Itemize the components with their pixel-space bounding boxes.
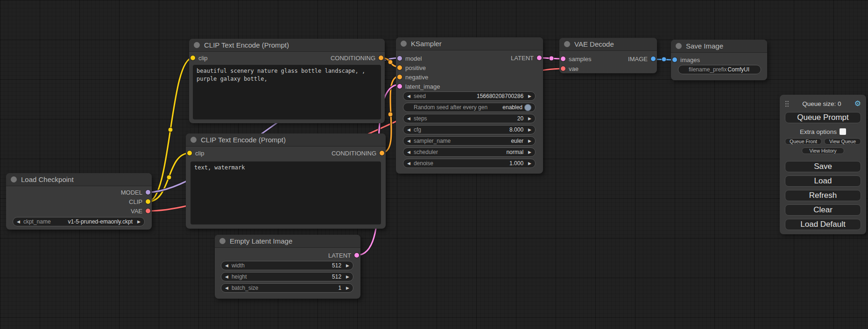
load-button[interactable]: Load [785,175,861,187]
slot-dot-latent[interactable] [354,253,359,258]
extra-options-checkbox[interactable] [840,128,846,135]
link-dot-clip2[interactable] [167,175,171,180]
node-status-dot-icon[interactable] [564,41,570,47]
output-slot-latent[interactable]: LATENT [511,54,542,62]
slot-dot-model[interactable] [397,56,402,61]
node-titlebar[interactable]: CLIP Text Encode (Prompt) [186,133,386,147]
refresh-button[interactable]: Refresh [785,190,861,201]
slot-dot-vae[interactable] [561,66,565,71]
slot-dot-conditioning[interactable] [379,56,383,60]
decrement-arrow-icon[interactable]: ◀ [225,274,228,279]
decrement-arrow-icon[interactable]: ◀ [407,139,410,143]
node-titlebar[interactable]: KSampler [396,37,543,50]
view-queue-button[interactable]: View Queue [824,138,861,145]
decrement-arrow-icon[interactable]: ◀ [407,161,410,166]
widget-width[interactable]: ◀ width 512 ▶ [221,261,353,270]
increment-arrow-icon[interactable]: ▶ [528,94,531,98]
increment-arrow-icon[interactable]: ▶ [528,127,531,132]
slot-dot-images[interactable] [672,57,677,62]
slot-dot-negative[interactable] [397,75,402,79]
node-clip-text-encode-negative[interactable]: CLIP Text Encode (Prompt) clip CONDITION… [186,133,386,229]
node-titlebar[interactable]: VAE Decode [559,38,657,51]
node-empty-latent-image[interactable]: Empty Latent Image LATENT ◀ width 512 ▶ … [215,235,360,299]
node-clip-text-encode-positive[interactable]: CLIP Text Encode (Prompt) clip CONDITION… [189,39,385,123]
widget-ckpt-name[interactable]: ◀ ckpt_name v1-5-pruned-emaonly.ckpt ▶ [13,217,145,226]
link-dot-negative[interactable] [388,112,393,117]
widget-cfg[interactable]: ◀ cfg 8.000 ▶ [403,125,536,134]
node-status-dot-icon[interactable] [676,43,682,49]
save-button[interactable]: Save [785,161,861,172]
node-vae-decode[interactable]: VAE Decode samples vae IMAGE [559,38,657,73]
link-dot-images[interactable] [662,57,666,62]
widget-denoise[interactable]: ◀ denoise 1.000 ▶ [403,159,536,168]
decrement-arrow-icon[interactable]: ◀ [17,219,20,224]
slot-dot-clip[interactable] [191,56,195,60]
slot-dot-clip[interactable] [187,151,192,155]
prompt-textarea[interactable]: text, watermark [191,161,381,224]
slot-dot-image[interactable] [651,56,656,61]
node-titlebar[interactable]: Save Image [671,40,767,53]
widget-batch-size[interactable]: ◀ batch_size 1 ▶ [221,283,353,293]
queue-prompt-button[interactable]: Queue Prompt [785,112,861,123]
node-load-checkpoint[interactable]: Load Checkpoint MODEL CLIP VAE ◀ ckpt_na… [6,173,152,230]
queue-front-button[interactable]: Queue Front [785,138,822,145]
increment-arrow-icon[interactable]: ▶ [528,161,531,166]
prompt-textarea[interactable]: beautiful scenery nature glass bottle la… [193,65,381,119]
drag-handle-icon[interactable] [785,100,789,107]
input-slot-clip[interactable]: clip [187,149,205,157]
decrement-arrow-icon[interactable]: ◀ [225,286,228,290]
output-slot-image[interactable]: IMAGE [628,55,656,63]
node-titlebar[interactable]: Empty Latent Image [215,235,360,248]
slot-dot-positive[interactable] [397,65,402,70]
decrement-arrow-icon[interactable]: ◀ [407,94,410,98]
decrement-arrow-icon[interactable]: ◀ [225,263,228,268]
slot-dot-latent-image[interactable] [397,84,402,89]
input-slot-samples[interactable]: samples [561,55,591,63]
view-history-button[interactable]: View History [802,147,844,154]
slot-dot-latent[interactable] [537,56,542,60]
node-status-dot-icon[interactable] [194,42,200,48]
increment-arrow-icon[interactable]: ▶ [137,219,141,224]
widget-scheduler[interactable]: ◀ scheduler normal ▶ [403,147,536,157]
increment-arrow-icon[interactable]: ▶ [528,139,531,143]
node-status-dot-icon[interactable] [219,238,226,244]
widget-sampler-name[interactable]: ◀ sampler_name euler ▶ [403,136,536,146]
node-status-dot-icon[interactable] [401,41,407,47]
node-status-dot-icon[interactable] [191,137,197,143]
increment-arrow-icon[interactable]: ▶ [346,286,349,290]
node-save-image[interactable]: Save Image images filename_prefix ComfyU… [671,40,767,80]
output-slot-model[interactable]: MODEL [121,189,150,196]
output-slot-latent[interactable]: LATENT [328,252,359,259]
node-titlebar[interactable]: CLIP Text Encode (Prompt) [189,39,385,52]
input-slot-images[interactable]: images [672,56,700,63]
output-slot-clip[interactable]: CLIP [129,198,150,205]
input-slot-model[interactable]: model [397,55,422,62]
output-slot-vae[interactable]: VAE [131,207,150,215]
toggle-icon[interactable] [524,104,531,111]
widget-seed[interactable]: ◀ seed 156680208700286 ▶ [403,91,536,101]
input-slot-negative[interactable]: negative [397,73,428,81]
increment-arrow-icon[interactable]: ▶ [528,150,531,154]
decrement-arrow-icon[interactable]: ◀ [407,127,410,132]
widget-steps[interactable]: ◀ steps 20 ▶ [403,114,536,123]
input-slot-latent-image[interactable]: latent_image [397,83,440,90]
decrement-arrow-icon[interactable]: ◀ [407,116,410,121]
output-slot-conditioning[interactable]: CONDITIONING [331,54,383,62]
widget-height[interactable]: ◀ height 512 ▶ [221,272,353,281]
gear-icon[interactable]: ⚙ [854,100,861,107]
clear-button[interactable]: Clear [785,204,861,216]
slot-dot-vae[interactable] [146,209,150,213]
node-ksampler[interactable]: KSampler model positive negative latent_… [396,37,543,174]
input-slot-clip[interactable]: clip [191,54,208,62]
increment-arrow-icon[interactable]: ▶ [528,116,531,121]
decrement-arrow-icon[interactable]: ◀ [407,150,410,154]
link-dot-clip1[interactable] [168,127,173,132]
slot-dot-conditioning[interactable] [380,151,384,155]
increment-arrow-icon[interactable]: ▶ [346,263,349,268]
link-dot-samples[interactable] [549,56,554,61]
slot-dot-clip[interactable] [146,199,150,204]
increment-arrow-icon[interactable]: ▶ [346,274,349,279]
widget-filename-prefix[interactable]: filename_prefix ComfyUI [678,65,761,74]
node-status-dot-icon[interactable] [11,176,17,182]
slot-dot-model[interactable] [146,190,150,195]
